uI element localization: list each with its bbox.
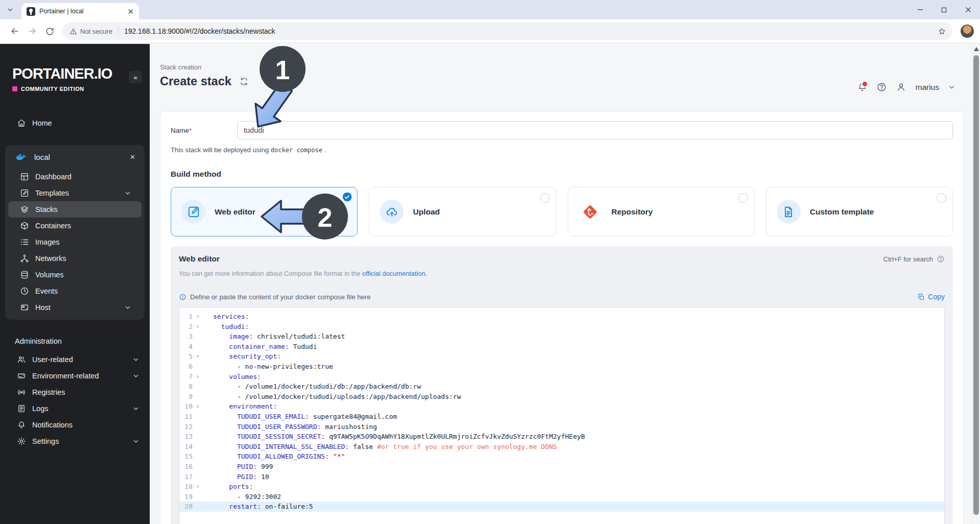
sidebar-item-notifications[interactable]: Notifications	[0, 417, 150, 433]
notifications-bell-icon[interactable]	[857, 82, 868, 92]
sidebar-collapse-button[interactable]: «	[129, 71, 142, 83]
code-line-3[interactable]: 3 image: chrisvel/tududi:latest	[179, 331, 944, 342]
user-menu-chevron-icon[interactable]	[948, 83, 955, 91]
stack-name-input[interactable]	[237, 121, 953, 139]
code-text: TUDUDI_USER_PASSWORD: mariushosting	[203, 422, 377, 432]
sidebar-item-settings[interactable]: Settings	[0, 433, 150, 449]
registries-icon	[17, 388, 26, 397]
sidebar-item-registries[interactable]: Registries	[0, 384, 150, 400]
code-text: TUDUDI_SESSION_SECRET: q9TAW5pK5O9DqAWhY…	[203, 432, 585, 442]
git-icon	[578, 200, 602, 224]
sidebar-item-environment-related[interactable]: Environment-related	[0, 368, 150, 384]
option-radio[interactable]	[937, 193, 946, 203]
code-line-5[interactable]: 5∨ security_opt:	[179, 351, 944, 362]
refresh-icon[interactable]	[239, 77, 249, 86]
line-number: 14	[179, 442, 193, 452]
code-text: services:	[203, 312, 249, 322]
sidebar-item-logs[interactable]: Logs	[0, 400, 150, 417]
sidebar-item-events[interactable]: Events	[8, 283, 142, 299]
code-line-2[interactable]: 2∨ tududi:	[179, 322, 944, 332]
main-content: Stack creation Create stack marius Name*	[150, 44, 980, 524]
sidebar: PORTAINER.IO COMMUNITY EDITION « Home lo…	[0, 44, 150, 524]
option-radio[interactable]	[738, 193, 748, 203]
browser-profile-avatar[interactable]	[961, 25, 974, 38]
sidebar-item-host[interactable]: Host	[8, 299, 142, 316]
copy-icon	[917, 293, 925, 301]
code-text: tududi:	[203, 322, 249, 332]
back-icon[interactable]	[6, 22, 24, 40]
sidebar-item-volumes[interactable]: Volumes	[8, 267, 142, 283]
code-line-9[interactable]: 9 - /volume1/docker/tududi/uploads:/app/…	[179, 392, 944, 402]
code-line-18[interactable]: 18∨ ports:	[179, 482, 944, 492]
environment-header[interactable]: local ✕	[5, 145, 145, 169]
code-line-17[interactable]: 17 PGID: 10	[179, 472, 944, 482]
sidebar-item-networks[interactable]: Networks	[8, 250, 142, 267]
copy-button[interactable]: Copy	[917, 293, 945, 301]
fold-chevron-icon[interactable]: ∨	[193, 401, 203, 412]
web-editor-panel: Web editor Ctrl+F for search You can get…	[171, 246, 953, 524]
code-line-14[interactable]: 14 TUDUDI_INTERNAL_SSL_ENABLED: false #o…	[179, 442, 944, 452]
code-line-1[interactable]: 1∨services:	[179, 312, 944, 322]
build-method-options: Web editorUploadRepositoryCustom templat…	[171, 187, 953, 236]
stack-form-card: Name* This stack will be deployed using …	[160, 111, 964, 524]
scrollbar-up-arrow[interactable]	[974, 47, 979, 51]
user-icon[interactable]	[896, 82, 906, 92]
reload-icon[interactable]	[41, 22, 58, 40]
build-method-web-editor[interactable]: Web editor	[171, 187, 358, 236]
build-method-custom-template[interactable]: Custom template	[766, 187, 953, 236]
option-radio[interactable]	[540, 193, 550, 203]
code-line-4[interactable]: 4 container_name: Tududi	[179, 342, 944, 352]
code-line-7[interactable]: 7∨ volumes:	[179, 372, 944, 382]
fold-chevron-icon[interactable]: ∨	[193, 372, 203, 382]
build-method-repository[interactable]: Repository	[568, 187, 755, 236]
sidebar-item-user-related[interactable]: User-related	[0, 351, 150, 368]
url-bar[interactable]: Not secure 192.168.1.18:9000/#!/2/docker…	[62, 22, 952, 40]
fold-chevron-icon[interactable]: ∨	[193, 312, 203, 322]
window-minimize-button[interactable]	[908, 0, 932, 19]
fold-chevron-icon[interactable]: ∨	[193, 351, 203, 362]
sidebar-item-home[interactable]: Home	[0, 113, 150, 133]
not-secure-badge[interactable]: Not secure	[69, 28, 112, 35]
sidebar-item-containers[interactable]: Containers	[8, 218, 142, 234]
help-icon[interactable]	[876, 82, 887, 92]
code-line-13[interactable]: 13 TUDUDI_SESSION_SECRET: q9TAW5pK5O9DqA…	[179, 432, 944, 442]
sidebar-item-templates[interactable]: Templates	[8, 185, 142, 201]
forward-icon[interactable]	[24, 22, 41, 40]
code-line-11[interactable]: 11 TUDUDI_USER_EMAIL: supergate84@gmail.…	[179, 412, 944, 422]
sidebar-item-images[interactable]: Images	[8, 234, 142, 250]
code-line-16[interactable]: 16 PUID: 999	[179, 462, 944, 472]
search-help-icon[interactable]	[937, 255, 945, 263]
window-maximize-button[interactable]	[932, 0, 956, 19]
environment-close-icon[interactable]: ✕	[128, 152, 137, 162]
official-documentation-link[interactable]: official documentation.	[362, 270, 427, 277]
code-line-12[interactable]: 12 TUDUDI_USER_PASSWORD: mariushosting	[179, 422, 944, 432]
fold-chevron-icon[interactable]: ∨	[193, 322, 203, 332]
window-close-button[interactable]	[956, 0, 980, 19]
tab-search-chevron-icon[interactable]	[4, 4, 16, 15]
networks-icon	[20, 254, 29, 263]
host-icon	[20, 303, 29, 312]
code-line-19[interactable]: 19 - 9292:3002	[179, 492, 944, 502]
bookmark-star-icon[interactable]	[934, 23, 949, 39]
code-line-10[interactable]: 10∨ environment:	[179, 401, 944, 412]
username[interactable]: marius	[915, 83, 939, 92]
fold-spacer	[193, 462, 203, 472]
scrollbar-thumb[interactable]	[973, 55, 979, 515]
build-method-upload[interactable]: Upload	[369, 187, 556, 236]
sidebar-item-dashboard[interactable]: Dashboard	[8, 169, 142, 185]
code-line-20[interactable]: 20 restart: on-failure:5	[179, 502, 944, 512]
chevron-down-icon	[132, 372, 139, 379]
browser-tab[interactable]: Portainer | local ✕	[21, 3, 139, 19]
code-line-8[interactable]: 8 - /volume1/docker/tududi/db:/app/backe…	[179, 382, 944, 392]
selected-check-icon	[342, 192, 353, 202]
code-line-6[interactable]: 6 - no-new-privileges:true	[179, 362, 944, 372]
fold-chevron-icon[interactable]: ∨	[193, 482, 203, 492]
code-text: container_name: Tududi	[203, 342, 317, 352]
tab-close-icon[interactable]: ✕	[127, 8, 134, 15]
breadcrumb[interactable]: Stack creation	[160, 63, 201, 71]
sidebar-item-stacks[interactable]: Stacks	[8, 201, 142, 218]
code-line-15[interactable]: 15 TUDUDI_ALLOWED_ORIGINS: "*"	[179, 451, 944, 462]
compose-code-editor[interactable]: 1∨services:2∨ tududi:3 image: chrisvel/t…	[179, 307, 945, 524]
environment-name: local	[34, 153, 122, 161]
page-scrollbar[interactable]	[972, 44, 980, 524]
